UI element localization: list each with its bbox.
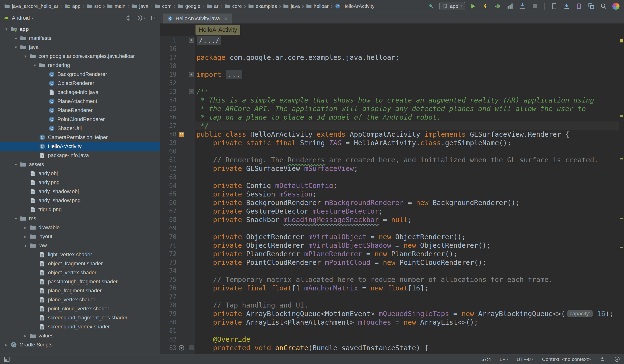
tree-item-app[interactable]: ▾app (0, 25, 160, 34)
code-text[interactable]: private static final String TAG = HelloA… (195, 139, 619, 147)
tree-item-planerenderer[interactable]: CPlaneRenderer (0, 106, 160, 115)
collapse-arrow-icon[interactable]: ▾ (31, 63, 39, 68)
tree-item-package-info-java[interactable]: Jpackage-info.java (0, 151, 160, 160)
context-widget[interactable]: Context: <no context> (542, 356, 591, 362)
code-text[interactable]: protected void onCreate(Bundle savedInst… (195, 344, 619, 352)
encoding-widget[interactable]: UTF-8 ▾ (517, 356, 534, 362)
fold-collapse-icon[interactable]: − (189, 345, 194, 350)
collapse-arrow-icon[interactable]: ▾ (12, 45, 20, 50)
tree-item-planeattachment[interactable]: CPlaneAttachment (0, 97, 160, 106)
attach-debugger-button[interactable] (518, 2, 527, 10)
breadcrumb-item-java-arcore-hello-ar[interactable]: java_arcore_hello_ar (4, 3, 58, 9)
close-tab-icon[interactable]: × (224, 15, 228, 22)
search-everywhere-button[interactable] (599, 2, 608, 10)
expand-arrow-icon[interactable]: ▸ (21, 225, 29, 230)
assistant-button[interactable] (612, 2, 620, 10)
breadcrumb-item-java[interactable]: java (132, 3, 149, 9)
collapse-arrow-icon[interactable]: ▾ (12, 162, 20, 167)
related-xml-gutter-icon[interactable] (179, 131, 184, 137)
breadcrumb-item-examples[interactable]: examples (248, 3, 277, 9)
code-text[interactable]: * tap on a plane to place a 3d model of … (195, 113, 619, 122)
tree-item-rendering[interactable]: ▾rendering (0, 61, 160, 70)
code-text[interactable]: // Temporary matrix allocated here to re… (195, 275, 619, 284)
fold-expand-icon[interactable]: + (189, 38, 194, 43)
code-text[interactable]: /.../ (195, 36, 619, 45)
tree-item-helloaractivity[interactable]: CHelloArActivity (0, 142, 160, 151)
tree-item-andy-png[interactable]: andy.png (0, 178, 160, 187)
collapse-arrow-icon[interactable]: ▾ (2, 27, 10, 32)
stripe-mark[interactable] (620, 39, 623, 43)
run-configuration-selector[interactable]: app▾ (440, 2, 465, 10)
breadcrumb-item-helloar[interactable]: helloar (306, 3, 329, 9)
tree-item-screenquad-vertex-shader[interactable]: screenquad_vertex.shader (0, 322, 160, 331)
inspections-profile-button[interactable] (599, 356, 605, 362)
code-text[interactable]: /** (195, 87, 619, 96)
tab-helloaractivity-java[interactable]: C HelloArActivity.java × (163, 14, 232, 24)
tree-item-drawable[interactable]: ▸drawable (0, 223, 160, 232)
code-text[interactable] (195, 267, 619, 275)
code-text[interactable]: private Session mSession; (195, 190, 619, 198)
profile-button[interactable] (506, 2, 514, 10)
project-view-selector[interactable]: Android ▾ (12, 15, 33, 21)
avd-manager-button[interactable] (550, 2, 559, 10)
tree-item-andy-obj[interactable]: andy.obj (0, 169, 160, 178)
code-text[interactable]: // Rendering. The Renderers are created … (195, 156, 619, 164)
tree-item-gradle-scripts[interactable]: ▸GGradle Scripts (0, 340, 160, 349)
tree-item-com-google-ar-core-examples-java-helloar[interactable]: ▾com.google.ar.core.examples.java.helloa… (0, 52, 160, 61)
code-text[interactable] (195, 62, 619, 70)
hide-panel-button[interactable] (151, 15, 157, 21)
code-text[interactable]: private PointCloudRenderer mPointCloud =… (195, 258, 619, 267)
collapse-arrow-icon[interactable]: ▾ (12, 216, 20, 221)
breadcrumb-item-java[interactable]: java (283, 3, 300, 9)
tree-item-objectrenderer[interactable]: CObjectRenderer (0, 79, 160, 88)
toolwindow-toggle-button[interactable] (4, 356, 10, 362)
tree-item-layout[interactable]: ▸layout (0, 232, 160, 241)
code-text[interactable]: private final float[] mAnchorMatrix = ne… (195, 284, 619, 292)
tree-item-manifests[interactable]: ▸manifests (0, 34, 160, 43)
breadcrumb-item-main[interactable]: main (107, 3, 126, 9)
code-text[interactable] (195, 224, 619, 233)
sdk-manager-button[interactable] (562, 2, 571, 10)
tree-item-trigrid-png[interactable]: trigrid.png (0, 205, 160, 214)
stripe-mark[interactable] (620, 247, 623, 248)
tree-item-package-info-java[interactable]: Jpackage-info.java (0, 88, 160, 97)
collapse-arrow-icon[interactable]: ▾ (21, 243, 29, 248)
code-text[interactable]: public class HelloArActivity extends App… (195, 130, 619, 139)
code-text[interactable]: private ArrayList<PlaneAttachment> mTouc… (195, 318, 619, 327)
tree-item-plane-vertex-shader[interactable]: plane_vertex.shader (0, 295, 160, 304)
settings-button[interactable]: ▾ (137, 15, 145, 21)
code-text[interactable]: // Tap handling and UI. (195, 301, 619, 310)
tree-item-res[interactable]: ▾res (0, 214, 160, 223)
code-text[interactable]: private GestureDetector mGestureDetector… (195, 207, 619, 215)
breadcrumb-item-core[interactable]: core (225, 3, 242, 9)
fold-collapse-icon[interactable]: − (189, 89, 194, 94)
code-text[interactable]: */ (195, 122, 619, 130)
tree-item-passthrough-fragment-shader[interactable]: passthrough_fragment.shader (0, 277, 160, 286)
background-tasks-icon[interactable] (614, 356, 620, 362)
code-editor[interactable]: 1+/.../1617package com.google.ar.core.ex… (160, 36, 624, 354)
overriding-method-gutter-icon[interactable] (179, 345, 184, 351)
tree-item-point-cloud-vertex-shader[interactable]: point_cloud_vertex.shader (0, 304, 160, 313)
expand-arrow-icon[interactable]: ▸ (21, 333, 29, 338)
breadcrumb-item-src[interactable]: src (87, 3, 101, 9)
code-text[interactable] (195, 45, 619, 53)
code-text[interactable]: @Override (195, 335, 619, 344)
tree-item-shaderutil[interactable]: CShaderUtil (0, 124, 160, 133)
tree-item-java[interactable]: ▾java (0, 43, 160, 52)
tree-item-plane-fragment-shader[interactable]: plane_fragment.shader (0, 286, 160, 295)
tree-item-screenquad-fragment-oes-shader[interactable]: screenquad_fragment_oes.shader (0, 313, 160, 322)
code-text[interactable]: * This is a simple example that shows ho… (195, 96, 619, 104)
run-button[interactable] (469, 2, 477, 10)
code-text[interactable]: private PlaneRenderer mPlaneRenderer = n… (195, 250, 619, 258)
code-text[interactable] (195, 79, 619, 87)
breadcrumb-item-app[interactable]: app (65, 3, 80, 9)
tree-item-assets[interactable]: ▾assets (0, 160, 160, 169)
breadcrumb-item-com[interactable]: com (155, 3, 172, 9)
layout-inspector-button[interactable] (587, 2, 596, 10)
code-text[interactable]: private Snackbar mLoadingMessageSnackbar… (195, 215, 619, 224)
tree-item-camerapermissionhelper[interactable]: CCameraPermissionHelper (0, 133, 160, 142)
fold-expand-icon[interactable]: + (189, 72, 194, 77)
stripe-mark[interactable] (620, 218, 623, 219)
tree-item-object-vertex-shader[interactable]: object_vertex.shader (0, 268, 160, 277)
expand-arrow-icon[interactable]: ▸ (2, 342, 10, 347)
